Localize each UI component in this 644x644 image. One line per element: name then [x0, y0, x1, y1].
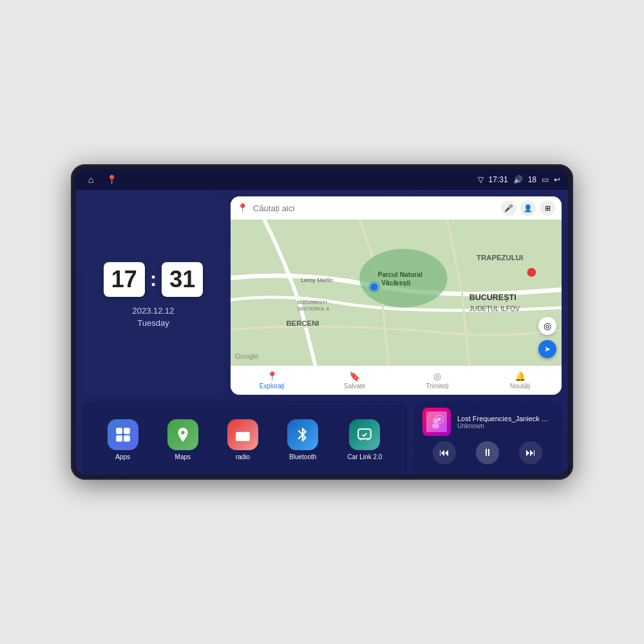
bluetooth-icon-img	[287, 419, 318, 450]
svg-rect-16	[124, 428, 130, 435]
volume-icon: 🔊	[513, 175, 523, 184]
map-body: Parcul Natural Văcărești TRAPEZULUI BUCU…	[231, 220, 562, 366]
send-label: Trimiteți	[426, 383, 449, 390]
svg-point-21	[245, 436, 246, 437]
map-widget[interactable]: 📍 🎤 👤 ⊞	[231, 196, 562, 395]
svg-point-28	[433, 419, 438, 424]
bluetooth-label: Bluetooth	[289, 453, 316, 460]
apps-label: Apps	[115, 453, 130, 460]
svg-point-1	[359, 249, 447, 307]
svg-text:TRAPEZULUI: TRAPEZULUI	[477, 254, 523, 261]
svg-text:SECTORUL 4: SECTORUL 4	[297, 306, 329, 312]
status-time: 17:31	[489, 175, 508, 184]
svg-text:BUCUREȘTI: BUCUREȘTI	[469, 293, 516, 302]
svg-point-29	[432, 424, 439, 429]
maps-label: Maps	[175, 453, 191, 460]
radio-label: radio	[236, 453, 250, 460]
clock-digits: 17 : 31	[104, 262, 204, 297]
map-search-bar: 📍 🎤 👤 ⊞	[231, 196, 562, 220]
status-bar: ⌂ 📍 ▽ 17:31 🔊 18 ▭ ↩	[76, 169, 568, 190]
app-icons-panel: Apps Maps	[82, 401, 407, 475]
saved-icon: 🔖	[349, 371, 360, 381]
app-icon-maps[interactable]: Maps	[167, 419, 198, 460]
music-panel: Lost Frequencies_Janieck Devy-... Unknow…	[413, 401, 562, 475]
battery-value: 18	[528, 175, 536, 184]
svg-text:Google: Google	[235, 352, 259, 360]
svg-text:FM: FM	[237, 437, 242, 440]
main-content: 17 : 31 2023.12.12 Tuesday 📍	[76, 190, 568, 475]
svg-rect-18	[124, 436, 130, 442]
play-pause-button[interactable]: ⏸	[476, 441, 499, 464]
music-artist: Unknown	[457, 422, 553, 430]
svg-rect-15	[116, 428, 122, 435]
music-title: Lost Frequencies_Janieck Devy-...	[457, 415, 553, 422]
clock-date: 2023.12.12 Tuesday	[132, 305, 174, 330]
map-nav-send[interactable]: ◎ Trimiteți	[396, 368, 479, 392]
music-details: Lost Frequencies_Janieck Devy-... Unknow…	[457, 415, 553, 430]
music-thumbnail	[422, 408, 451, 436]
carlink-icon-img	[349, 419, 380, 450]
maps-nav-icon[interactable]: 📍	[104, 173, 118, 187]
app-icon-carlink[interactable]: Car Link 2.0	[347, 419, 382, 460]
svg-text:JUDEȚUL ILFOV: JUDEȚUL ILFOV	[469, 305, 520, 312]
profile-icon[interactable]: 👤	[520, 200, 536, 216]
news-label: Noutăți	[510, 383, 531, 390]
signal-icon: ▽	[478, 175, 484, 184]
clock-minutes: 31	[162, 262, 203, 297]
svg-rect-17	[116, 436, 122, 442]
svg-rect-24	[359, 430, 372, 439]
map-pin-icon: 📍	[237, 203, 248, 213]
layers-icon[interactable]: ⊞	[540, 200, 555, 216]
svg-text:Parcul Natural: Parcul Natural	[378, 271, 422, 278]
send-icon: ◎	[433, 371, 441, 381]
mic-icon[interactable]: 🎤	[501, 200, 516, 216]
svg-point-12	[527, 268, 536, 277]
saved-label: Salvate	[344, 383, 365, 390]
svg-text:BERCENI: BERCENI	[286, 319, 319, 327]
battery-icon: ▭	[542, 175, 549, 184]
map-bottom-nav: 📍 Explorați 🔖 Salvate ◎ Trimiteți 🔔	[231, 366, 562, 395]
map-nav-saved[interactable]: 🔖 Salvate	[314, 368, 397, 392]
app-icon-apps[interactable]: Apps	[108, 419, 138, 460]
svg-text:BUCUREȘTI: BUCUREȘTI	[297, 299, 327, 305]
svg-text:Leroy Merlin: Leroy Merlin	[301, 277, 333, 283]
apps-icon-img	[108, 419, 138, 450]
carlink-label: Car Link 2.0	[347, 453, 382, 460]
back-icon[interactable]: ↩	[554, 175, 560, 184]
maps-icon-img	[167, 419, 198, 450]
clock-hours: 17	[104, 262, 145, 297]
music-controls: ⏮ ⏸ ⏭	[422, 441, 553, 464]
app-icon-bluetooth[interactable]: Bluetooth	[287, 419, 318, 460]
clock-colon: :	[150, 267, 157, 291]
top-section: 17 : 31 2023.12.12 Tuesday 📍	[82, 196, 562, 395]
music-info: Lost Frequencies_Janieck Devy-... Unknow…	[422, 408, 553, 436]
device-screen: ⌂ 📍 ▽ 17:31 🔊 18 ▭ ↩ 17 :	[76, 169, 568, 475]
svg-text:Văcărești: Văcărești	[381, 279, 411, 287]
bottom-section: Apps Maps	[82, 401, 562, 475]
news-icon: 🔔	[515, 371, 526, 381]
status-bar-left: ⌂ 📍	[84, 173, 118, 187]
app-icon-radio[interactable]: FM radio	[227, 419, 258, 460]
map-nav-news[interactable]: 🔔 Noutăți	[479, 368, 562, 392]
map-search-input[interactable]	[253, 204, 496, 213]
map-nav-explore[interactable]: 📍 Explorați	[231, 368, 314, 392]
clock-widget: 17 : 31 2023.12.12 Tuesday	[82, 196, 224, 395]
status-bar-right: ▽ 17:31 🔊 18 ▭ ↩	[478, 175, 560, 184]
home-icon[interactable]: ⌂	[84, 173, 98, 187]
explore-icon: 📍	[267, 371, 278, 381]
car-display-device: ⌂ 📍 ▽ 17:31 🔊 18 ▭ ↩ 17 :	[71, 164, 573, 480]
svg-point-14	[368, 281, 380, 293]
explore-label: Explorați	[260, 383, 285, 390]
next-button[interactable]: ⏭	[519, 441, 542, 464]
prev-button[interactable]: ⏮	[433, 441, 456, 464]
radio-icon-img: FM	[227, 419, 258, 450]
map-search-icons: 🎤 👤 ⊞	[501, 200, 555, 216]
